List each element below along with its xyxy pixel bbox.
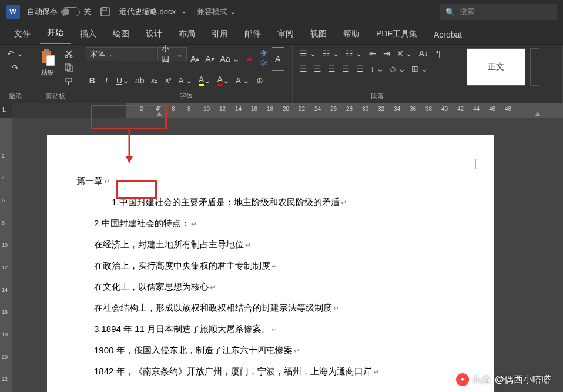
compat-mode-label[interactable]: 兼容模式 (197, 6, 236, 17)
tab-design[interactable]: 设计 (139, 24, 169, 44)
copy-button[interactable] (62, 61, 76, 74)
document-line[interactable]: 1.中国封建社会的主要矛盾是：地主阶级和农民阶级的矛盾 (76, 192, 464, 213)
ruler-number: 6 (172, 106, 175, 112)
decrease-indent-button[interactable]: ⇤ (366, 47, 379, 60)
font-name-dropdown[interactable]: 宋体 (86, 47, 156, 61)
style-next[interactable] (530, 48, 539, 86)
document-area: 24681012141618202224 第一章1.中国封建社会的主要矛盾是：地… (0, 118, 563, 392)
underline-button[interactable]: U ⌄ (114, 73, 132, 88)
document-page[interactable]: 第一章1.中国封建社会的主要矛盾是：地主阶级和农民阶级的矛盾2.中国封建社会的特… (47, 135, 494, 392)
document-line[interactable]: 在政治上，实行高度中央集权的君主专制制度 (76, 255, 464, 276)
justify-button[interactable]: ☰ (340, 62, 353, 75)
tab-pdf-tools[interactable]: PDF工具集 (369, 24, 424, 44)
numbering-button[interactable]: ☷ ⌄ (320, 47, 342, 60)
right-indent-marker[interactable] (535, 112, 541, 116)
superscript-button[interactable]: x² (162, 73, 175, 88)
document-line[interactable]: 在经济上，封建土地所有制占主导地位 (76, 234, 464, 255)
ruler-number: 36 (410, 106, 416, 112)
document-line[interactable]: 3.1894 年 11 月日本制造了旅顺大屠杀惨案。 (76, 319, 464, 340)
page-corner-tl (65, 159, 75, 169)
tab-insert[interactable]: 插入 (73, 24, 103, 44)
tab-acrobat[interactable]: Acrobat (427, 25, 469, 44)
cut-button[interactable] (62, 47, 76, 60)
document-line[interactable]: 1900 年，俄国入侵东北，制造了江东六十四屯惨案 (76, 340, 464, 361)
align-left-button[interactable]: ☰ (297, 62, 310, 75)
save-button[interactable] (98, 5, 112, 18)
ruler-scale[interactable]: 2468101214161820222426283032343638404244… (12, 103, 563, 118)
distributed-button[interactable]: ☰ (354, 62, 367, 75)
font-size-dropdown[interactable]: 小四 (157, 47, 187, 61)
horizontal-ruler[interactable]: L 24681012141618202224262830323436384042… (0, 103, 563, 118)
watermark: ✦ 头条 @偶西小嗒嗒 (456, 373, 551, 386)
search-placeholder: 搜索 (460, 6, 475, 17)
tab-file[interactable]: 文件 (7, 24, 38, 44)
multilevel-list-button[interactable]: ☷ ⌄ (343, 47, 365, 60)
ruler-number: 4 (156, 106, 159, 112)
toggle-switch-icon[interactable] (61, 7, 80, 16)
document-line[interactable]: 2.中国封建社会的特点： (76, 213, 464, 234)
redo-button[interactable]: ↷ (5, 61, 26, 74)
autosave-label: 自动保存 (27, 6, 58, 17)
decrease-font-button[interactable]: A▾ (203, 47, 216, 71)
document-filename: 近代史缩略.docx (119, 6, 176, 17)
document-line[interactable]: 在文化上，以儒家思想为核心 (76, 276, 464, 297)
paste-button[interactable]: 粘贴 (36, 47, 59, 78)
bold-button[interactable]: B (86, 73, 99, 88)
tab-draw[interactable]: 绘图 (106, 24, 136, 44)
document-line[interactable]: 1842 年，《南京条约》开放广州，厦门，宁波，福州，上海为通商口岸 (76, 361, 464, 382)
ruler-number: 20 (283, 106, 289, 112)
ribbon-tabs: 文件 开始 插入 绘图 设计 布局 引用 邮件 审阅 视图 帮助 PDF工具集 … (0, 24, 563, 45)
vruler-number: 2 (2, 153, 5, 159)
sort-button[interactable]: A↓ (416, 47, 430, 60)
ruler-left-margin (12, 103, 126, 118)
align-center-button[interactable]: ☰ (311, 62, 324, 75)
enclose-char-button[interactable]: ⊕ (253, 73, 266, 88)
line-spacing-button[interactable]: ↕ ⌄ (368, 62, 386, 75)
borders-button[interactable]: ⊞ ⌄ (409, 62, 430, 75)
tab-references[interactable]: 引用 (205, 24, 235, 44)
show-marks-button[interactable]: ¶ (432, 47, 445, 60)
tab-mailings[interactable]: 邮件 (237, 24, 268, 44)
shading-button[interactable]: ◇ ⌄ (387, 62, 408, 75)
search-icon: 🔍 (445, 8, 455, 16)
tab-help[interactable]: 帮助 (336, 24, 367, 44)
char-shading-button[interactable]: A ⌄ (233, 73, 252, 88)
styles-group: 正文 (463, 45, 563, 103)
document-line[interactable]: 第一章 (76, 170, 464, 192)
subscript-button[interactable]: x₂ (148, 73, 161, 88)
font-color-button[interactable]: A ⌄ (215, 73, 232, 88)
ruler-number: 38 (425, 106, 432, 112)
clipboard-group: 粘贴 剪贴板 (31, 45, 81, 103)
change-case-button[interactable]: Aa ⌄ (218, 47, 242, 71)
asian-layout-button[interactable]: ✕ ⌄ (394, 47, 415, 60)
undo-button[interactable]: ↶ ⌄ (5, 47, 26, 60)
tab-review[interactable]: 审阅 (270, 24, 301, 44)
increase-indent-button[interactable]: ⇥ (380, 47, 393, 60)
ruler-number: 8 (187, 106, 191, 112)
search-input[interactable]: 🔍 搜索 (440, 4, 557, 20)
vruler-number: 16 (2, 309, 8, 315)
ruler-number: 30 (362, 106, 368, 112)
vertical-ruler[interactable]: 24681012141618202224 (0, 118, 12, 392)
strikethrough-button[interactable]: ab (133, 73, 147, 88)
increase-font-button[interactable]: A▴ (188, 47, 202, 71)
vruler-number: 18 (2, 331, 8, 337)
highlight-button[interactable]: A ⌄ (196, 73, 213, 88)
align-right-button[interactable]: ☰ (326, 62, 339, 75)
hanging-indent-marker[interactable] (156, 112, 162, 116)
tab-home[interactable]: 开始 (40, 23, 71, 44)
tab-layout[interactable]: 布局 (172, 24, 202, 44)
italic-button[interactable]: I (100, 73, 113, 88)
autosave-toggle[interactable]: 自动保存 关 (27, 6, 91, 17)
document-line[interactable]: 在社会结构上，形成以族权和政权相结合的封建宗法等级制度 (76, 297, 464, 319)
tab-view[interactable]: 视图 (303, 24, 334, 44)
style-normal[interactable]: 正文 (467, 48, 525, 86)
phonetic-guide-button[interactable]: A (243, 47, 256, 71)
document-scroll[interactable]: 第一章1.中国封建社会的主要矛盾是：地主阶级和农民阶级的矛盾2.中国封建社会的特… (12, 118, 563, 392)
text-effects-button[interactable]: A ⌄ (176, 73, 195, 88)
char-spacing-button[interactable]: 变字 (257, 47, 270, 71)
bullets-button[interactable]: ☰ ⌄ (297, 47, 319, 60)
ribbon: ↶ ⌄ ↷ 撤消 粘贴 剪贴板 宋体 小四 A▴ A▾ (0, 45, 563, 103)
char-border-button[interactable]: A (272, 47, 284, 71)
format-painter-button[interactable] (62, 75, 76, 88)
